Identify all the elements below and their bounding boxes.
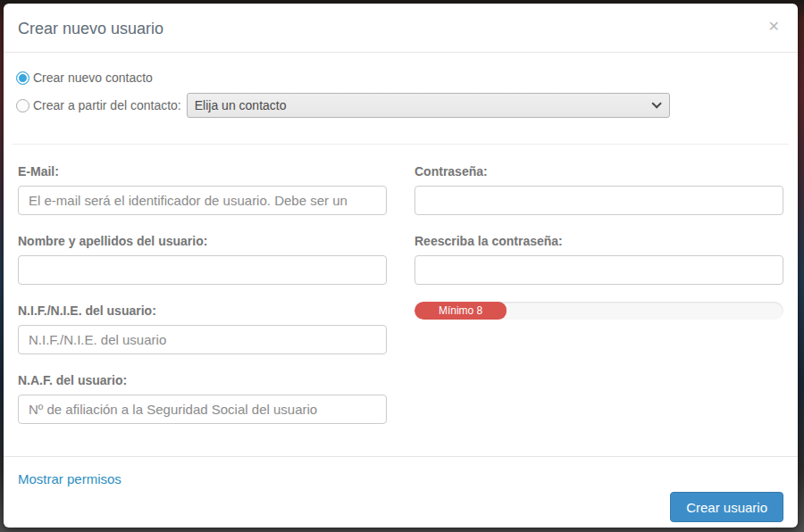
radio-new-contact-label: Crear nuevo contacto [33,69,153,87]
contact-select-value: Elija un contacto [195,98,287,112]
contact-mode-section: Crear nuevo contacto Crear a partir del … [4,53,798,124]
full-name-field[interactable] [18,255,387,285]
radio-unselected-icon[interactable] [16,99,29,112]
email-label: E-Mail: [18,162,387,180]
create-user-modal: Crear nuevo usuario ✕ Crear nuevo contac… [4,4,798,528]
close-icon[interactable]: ✕ [765,18,783,36]
chevron-down-icon [651,98,661,108]
radio-from-contact-label: Crear a partir del contacto: [33,96,181,114]
password-label: Contraseña: [415,162,783,180]
create-user-button[interactable]: Crear usuario [670,492,783,522]
password-repeat-field[interactable] [415,255,783,285]
password-strength-meter: Mínimo 8 [415,302,783,320]
modal-footer: Mostrar permisos Crear usuario [4,457,798,532]
email-field[interactable] [18,186,387,215]
nif-label: N.I.F./N.I.E. del usuario: [18,302,387,320]
radio-selected-icon[interactable] [16,71,29,85]
contact-select[interactable]: Elija un contacto [187,93,670,118]
radio-from-contact[interactable]: Crear a partir del contacto: [16,96,181,114]
modal-header: Crear nuevo usuario ✕ [4,4,798,53]
password-strength-bar: Mínimo 8 [415,302,507,320]
naf-label: N.A.F. del usuario: [18,371,387,389]
password-field[interactable] [415,186,783,215]
nif-field[interactable] [18,325,387,354]
radio-new-contact[interactable]: Crear nuevo contacto [16,69,153,87]
password-repeat-label: Reescriba la contraseña: [415,232,783,250]
modal-title: Crear nuevo usuario [18,18,163,39]
user-form: E-Mail: Nombre y apellidos del usuario: … [4,145,798,456]
form-left-column: E-Mail: Nombre y apellidos del usuario: … [18,162,387,424]
naf-field[interactable] [18,395,387,424]
show-permissions-link[interactable]: Mostrar permisos [18,471,121,486]
full-name-label: Nombre y apellidos del usuario: [18,232,387,250]
form-right-column: Contraseña: Reescriba la contraseña: Mín… [415,162,783,424]
